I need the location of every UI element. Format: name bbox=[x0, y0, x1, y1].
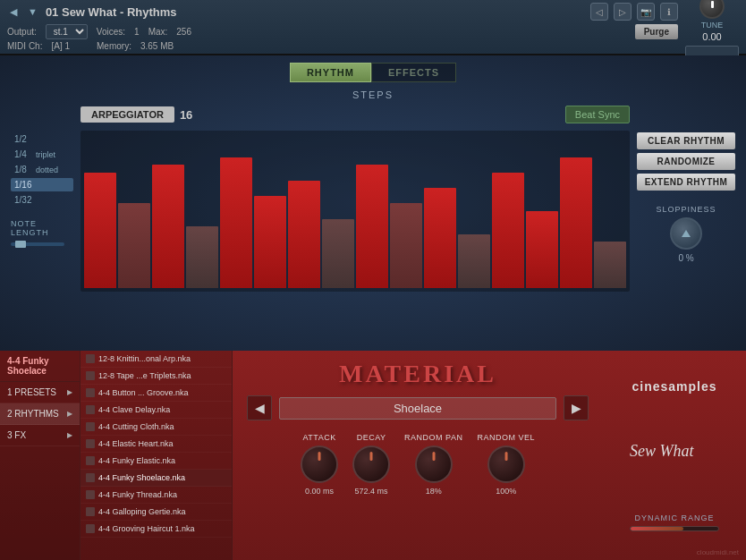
dynamic-range-section: DYNAMIC RANGE bbox=[610, 513, 739, 531]
bar-4[interactable] bbox=[186, 226, 218, 288]
preset-name-2: 4-4 Button ... Groove.nka bbox=[98, 388, 189, 397]
bar-8[interactable] bbox=[322, 219, 354, 288]
extend-rhythm-button[interactable]: EXTEND RHYTHM bbox=[637, 174, 735, 191]
sidebar-rhythms-label: 2 RHYTHMS bbox=[7, 409, 59, 419]
nav-dropdown-arrow[interactable]: ▼ bbox=[25, 5, 40, 18]
material-title: MATERIAL bbox=[339, 360, 496, 388]
arpeggiator-button[interactable]: ARPEGGIATOR bbox=[81, 106, 174, 123]
bar-12[interactable] bbox=[458, 234, 490, 288]
bars-container bbox=[81, 131, 630, 292]
attack-value: 0.00 ms bbox=[305, 487, 334, 496]
bar-14[interactable] bbox=[526, 211, 558, 288]
bar-5[interactable] bbox=[220, 157, 252, 288]
preset-icon-9 bbox=[86, 507, 95, 516]
instrument-title: 01 Sew What - Rhythms bbox=[46, 5, 177, 19]
bar-16[interactable] bbox=[594, 242, 626, 288]
preset-item-2[interactable]: 4-4 Button ... Groove.nka bbox=[81, 385, 232, 402]
subdivision-half[interactable]: 1/2 bbox=[11, 132, 73, 146]
bar-10[interactable] bbox=[390, 203, 422, 288]
dynamic-range-bar[interactable] bbox=[630, 526, 719, 531]
bar-6[interactable] bbox=[254, 196, 286, 288]
preset-item-7[interactable]: 4-4 Funky Shoelace.nka bbox=[81, 470, 232, 487]
sidebar-item-presets[interactable]: 1 PRESETS ▶ bbox=[0, 382, 80, 403]
sequencer-area: RHYTHM EFFECTS STEPS 1/2 1/4 triplet 1/8… bbox=[0, 55, 746, 351]
tab-rhythm[interactable]: RHYTHM bbox=[290, 63, 371, 82]
voices-label: Voices: bbox=[97, 27, 125, 37]
random-pan-knob[interactable] bbox=[415, 445, 453, 483]
sloppiness-label: Sloppiness bbox=[656, 205, 716, 214]
bar-11[interactable] bbox=[424, 188, 456, 288]
next-icon[interactable]: ▷ bbox=[614, 3, 632, 21]
steps-label: STEPS bbox=[11, 89, 735, 100]
subdivision-quarter[interactable]: 1/4 bbox=[11, 148, 30, 161]
note-length-slider[interactable] bbox=[11, 242, 64, 246]
beat-sync-button[interactable]: Beat Sync bbox=[565, 106, 630, 123]
bar-3[interactable] bbox=[152, 165, 184, 288]
clear-rhythm-button[interactable]: CLEAR RHYTHM bbox=[637, 132, 735, 149]
bar-9[interactable] bbox=[356, 165, 388, 288]
decay-knob[interactable] bbox=[352, 445, 390, 483]
bar-15[interactable] bbox=[560, 157, 592, 288]
preset-item-8[interactable]: 4-4 Funky Thread.nka bbox=[81, 487, 232, 504]
preset-name-5: 4-4 Elastic Heart.nka bbox=[98, 439, 174, 448]
nav-prev-arrow[interactable]: ◀ bbox=[7, 5, 20, 19]
subdivision-sixteenth[interactable]: 1/16 bbox=[11, 178, 73, 191]
sidebar-item-rhythms[interactable]: 2 RHYTHMS ▶ bbox=[0, 403, 80, 425]
preset-name-8: 4-4 Funky Thread.nka bbox=[98, 490, 177, 499]
tune-value: 0.00 bbox=[702, 31, 721, 42]
random-vel-knob-group: Random Vel 100% bbox=[477, 433, 535, 496]
purge-button[interactable]: Purge bbox=[635, 24, 678, 39]
left-controls: 1/2 1/4 triplet 1/8 dotted 1/16 1/32 NOT… bbox=[11, 132, 73, 246]
sidebar-rhythms-arrow: ▶ bbox=[67, 410, 72, 418]
camera-icon[interactable]: 📷 bbox=[637, 3, 655, 21]
bar-1[interactable] bbox=[84, 173, 116, 288]
tab-effects[interactable]: EFFECTS bbox=[371, 63, 456, 82]
material-nav: ◀ Shoelace ▶ bbox=[247, 395, 589, 420]
max-value: 256 bbox=[176, 27, 191, 37]
subdivision-eighth[interactable]: 1/8 bbox=[11, 163, 30, 176]
preset-item-5[interactable]: 4-4 Elastic Heart.nka bbox=[81, 436, 232, 453]
material-prev-button[interactable]: ◀ bbox=[247, 395, 272, 420]
preset-item-9[interactable]: 4-4 Galloping Gertie.nka bbox=[81, 504, 232, 521]
preset-item-6[interactable]: 4-4 Funky Elastic.nka bbox=[81, 453, 232, 470]
randomize-button[interactable]: RANDOMIZE bbox=[637, 153, 735, 170]
note-length-label: NOTE LENGTH bbox=[11, 219, 73, 237]
sloppiness-section: Sloppiness 0 % bbox=[637, 205, 735, 263]
attack-knob[interactable] bbox=[301, 445, 338, 483]
preset-item-4[interactable]: 4-4 Cutting Cloth.nka bbox=[81, 419, 232, 436]
preset-icon-6 bbox=[86, 456, 95, 465]
attack-knob-group: Attack 0.00 ms bbox=[301, 433, 338, 496]
decay-value: 572.4 ms bbox=[355, 487, 388, 496]
bar-13[interactable] bbox=[492, 173, 524, 288]
tune-section: Tune 0.00 bbox=[685, 0, 739, 60]
preset-name-9: 4-4 Galloping Gertie.nka bbox=[98, 507, 186, 516]
header-icons: ◁ ▷ 📷 ℹ bbox=[590, 3, 678, 21]
subdivision-thirtysecond[interactable]: 1/32 bbox=[11, 193, 73, 207]
preset-icon-5 bbox=[86, 439, 95, 448]
preset-item-1[interactable]: 12-8 Tape ...e Triplets.nka bbox=[81, 368, 232, 385]
material-next-button[interactable]: ▶ bbox=[564, 395, 589, 420]
prev-icon[interactable]: ◁ bbox=[590, 3, 608, 21]
bar-2[interactable] bbox=[118, 203, 150, 288]
sidebar-presets-arrow: ▶ bbox=[67, 388, 72, 396]
material-section: MATERIAL ◀ Shoelace ▶ Attack 0.00 ms Dec… bbox=[233, 351, 603, 560]
bottom-section: 4-4 Funky Shoelace 1 PRESETS ▶ 2 RHYTHMS… bbox=[0, 351, 746, 560]
bottom-preset-title: 4-4 Funky Shoelace bbox=[0, 351, 80, 382]
preset-item-3[interactable]: 4-4 Clave Delay.nka bbox=[81, 402, 232, 419]
midi-value: [A] 1 bbox=[51, 41, 70, 51]
preset-name-10: 4-4 Grooving Haircut 1.nka bbox=[98, 524, 195, 533]
dynamic-range-fill bbox=[631, 527, 683, 530]
random-vel-knob[interactable] bbox=[487, 445, 525, 483]
sidebar-item-fx[interactable]: 3 FX ▶ bbox=[0, 425, 80, 446]
sloppiness-knob[interactable] bbox=[670, 217, 702, 250]
voices-value: 1 bbox=[134, 27, 140, 37]
output-select[interactable]: st.1 bbox=[46, 24, 88, 39]
midi-label: MIDI Ch: bbox=[7, 41, 42, 51]
preset-item-10[interactable]: 4-4 Grooving Haircut 1.nka bbox=[81, 521, 232, 538]
cinesamples-logo: cinesamples bbox=[632, 379, 716, 394]
tune-knob[interactable] bbox=[699, 0, 725, 19]
sidebar: 4-4 Funky Shoelace 1 PRESETS ▶ 2 RHYTHMS… bbox=[0, 351, 81, 560]
bar-7[interactable] bbox=[288, 181, 320, 288]
info-icon[interactable]: ℹ bbox=[660, 3, 678, 21]
preset-item-0[interactable]: 12-8 Knittin...onal Arp.nka bbox=[81, 351, 232, 368]
